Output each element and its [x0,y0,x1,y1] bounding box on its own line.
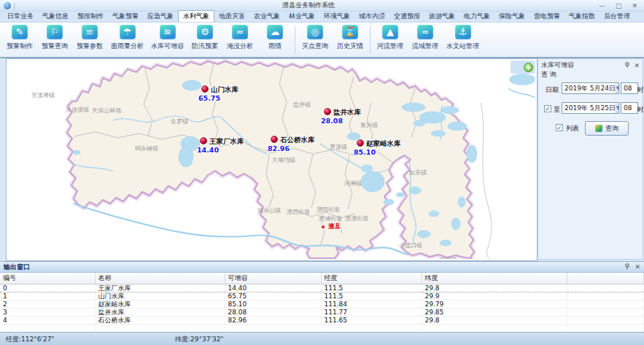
table-cell: 28.08 [225,309,321,317]
start-hour-combobox[interactable]: 08 [621,82,638,94]
tab-17[interactable]: 后台管理 [600,11,635,22]
county-map[interactable]: 甘溪滩镇火连坡镇天供山林场金罗镇盐井镇复兴镇码头铺镇梦溪镇大堰垱镇涔南镇如东镇城… [7,59,535,259]
tab-8[interactable]: 林业气象 [284,11,319,22]
reservoir-value: 14.40 [197,146,219,154]
toolbar-button-淹没分析[interactable]: ≈淹没分析 [222,23,257,57]
maximize-button[interactable]: ▢ [616,2,622,9]
town-label: 澧澹街道 [345,215,368,222]
tab-15[interactable]: 雷电预警 [529,11,565,22]
pin-icon[interactable] [624,62,630,69]
pin-icon[interactable] [624,263,630,270]
reservoir-marker[interactable] [202,86,209,93]
toolbar-button-label: 面雨量分析 [111,42,144,51]
map-panel[interactable]: 甘溪滩镇火连坡镇天供山林场金罗镇盐井镇复兴镇码头铺镇梦溪镇大堰垱镇涔南镇如东镇城… [6,58,538,261]
toolbar-button-label: 雨情 [268,42,282,51]
toolbar-button-雨情[interactable]: ☁雨情 [257,23,292,57]
table-row[interactable]: 0王家厂水库14.40111.529.8 [0,284,644,292]
tab-13[interactable]: 电力气象 [459,11,494,22]
disaster-point-query-icon: ◎ [307,25,323,39]
to-checkbox[interactable]: ✓ [544,105,551,112]
close-button[interactable]: ✕ [632,2,637,9]
column-header[interactable]: 编号 [0,273,95,284]
output-close-icon[interactable]: ✕ [635,263,640,271]
toolbar-button-预警参数[interactable]: ≡预警参数 [72,23,107,57]
column-header[interactable] [567,273,644,284]
table-cell: 王家厂水库 [95,284,225,292]
tab-4[interactable]: 应急气象 [143,11,178,22]
chevron-down-icon[interactable]: ▼ [616,103,619,113]
table-row[interactable]: 3盐井水库28.08111.7729.85 [0,309,644,317]
reservoir-name: 山门水库 [211,85,239,93]
tab-6[interactable]: 地质灾害 [214,11,249,22]
table-cell [567,292,644,301]
tab-9[interactable]: 环境气象 [319,11,354,22]
reservoir-marker[interactable] [271,136,278,143]
to-label: 至 [554,105,560,115]
warning-params-icon: ≡ [82,25,98,39]
toolbar-button-流域管理[interactable]: ≈流域管理 [408,23,443,57]
tab-5[interactable]: 水利气象 [178,10,214,22]
toolbar-button-label: 水文站管理 [446,42,479,51]
toolbar-button-河流管理[interactable]: ▲河流管理 [373,23,408,57]
neighbor-boundary [481,103,492,259]
end-date-combobox[interactable]: 2019年 5月25日▼ [562,102,619,114]
tab-10[interactable]: 城市内涝 [354,11,389,22]
reservoir-table[interactable]: 编号名称可增容经度纬度 0王家厂水库14.40111.529.81山门水库65.… [0,273,644,341]
reservoir-name: 石公桥水库 [279,136,315,144]
add-button[interactable]: + [524,63,533,72]
town-label: 如东镇 [409,169,427,176]
toolbar-button-预警查询[interactable]: ⚐预警查询 [37,23,72,57]
ribbon-toolbar: ✎预警制作⚐预警查询≡预警参数☂面雨量分析≋水库可增容⚙防汛预案≈淹没分析☁雨情… [0,23,644,58]
tab-1[interactable]: 气象信息 [38,11,73,22]
start-date-combobox[interactable]: 2019年 5月24日▼ [562,82,619,94]
town-label: 小渡口镇 [399,242,422,249]
column-header[interactable]: 纬度 [422,273,567,284]
tab-12[interactable]: 旅游气象 [424,11,459,22]
river-manage-icon: ▲ [382,25,398,39]
table-cell: 0 [0,284,95,292]
toolbar-button-预警制作[interactable]: ✎预警制作 [2,23,37,57]
column-header[interactable]: 经度 [321,273,422,284]
toolbar-button-水库可增容[interactable]: ≋水库可增容 [147,23,187,57]
tab-11[interactable]: 交通预报 [389,11,424,22]
table-row[interactable]: 1山门水库65.75111.529.9 [0,292,644,301]
table-cell: 111.77 [321,309,422,317]
reservoir-marker[interactable] [201,138,207,144]
column-header[interactable]: 名称 [95,273,225,284]
end-hour-combobox[interactable]: 08 [621,102,638,114]
table-cell: 赵家峪水库 [95,301,225,309]
reservoir-marker[interactable] [357,140,364,147]
table-cell: 85.10 [225,301,321,309]
tab-14[interactable]: 保险气象 [494,11,529,22]
reservoir-marker[interactable] [325,109,331,115]
toolbar-button-水文站管理[interactable]: ⚓水文站管理 [443,23,483,57]
toolbar-button-面雨量分析[interactable]: ☂面雨量分析 [107,23,147,57]
table-cell: 14.40 [225,284,321,292]
panel-close-icon[interactable]: ✕ [634,62,640,69]
column-header[interactable]: 可增容 [225,273,321,284]
chevron-down-icon[interactable]: ▼ [616,83,619,93]
toolbar-button-label: 防汛预案 [192,42,218,51]
tab-3[interactable]: 气象预警 [108,11,143,22]
minimize-button[interactable]: — [599,2,605,9]
table-cell: 111.5 [321,292,422,301]
table-row[interactable]: 4石公桥水库82.96111.6529.8 [0,317,644,325]
tab-16[interactable]: 气象指数 [565,11,600,22]
tab-2[interactable]: 预报制作 [73,11,108,22]
app-logo-icon [4,2,11,9]
town-label: 甘溪滩镇 [31,92,55,98]
reservoir-value: 28.08 [321,117,343,125]
toolbar-button-灾点查询[interactable]: ◎灾点查询 [298,23,333,57]
town-label: 涔南镇 [344,180,362,187]
toolbar-button-防汛预案[interactable]: ⚙防汛预案 [187,23,222,57]
tab-0[interactable]: 日常业务 [3,11,38,22]
table-cell: 4 [0,317,95,325]
toolbar-button-历史灾情[interactable]: ⌛历史灾情 [333,23,368,57]
query-button[interactable]: 查询 [585,121,629,136]
list-checkbox[interactable]: ✓ [556,124,563,131]
tab-7[interactable]: 农业气象 [249,11,284,22]
town-label: 澧浦街道 [319,215,342,222]
table-cell: 3 [0,309,95,317]
table-row[interactable]: 2赵家峪水库85.10111.8429.79 [0,301,644,309]
reservoir-name: 王家厂水库 [209,137,244,145]
